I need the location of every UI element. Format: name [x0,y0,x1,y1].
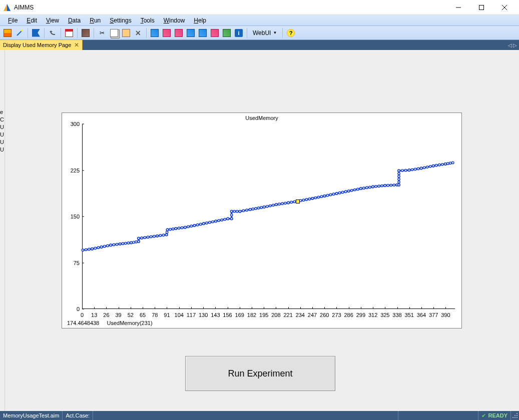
user-icon[interactable] [2,28,13,38]
svg-point-89 [249,208,251,210]
tool-icon-3[interactable] [173,28,184,38]
delete-icon[interactable]: ✕ [133,28,144,38]
wizard-icon[interactable] [14,28,25,38]
svg-point-47 [165,234,167,236]
cut-icon[interactable]: ✂ [97,28,108,38]
svg-point-12 [91,248,93,250]
x-tick-label: 208 [271,312,280,318]
x-tick-label: 221 [283,312,292,318]
menu-help[interactable]: Help [190,16,210,25]
bookmark-icon[interactable] [31,28,42,38]
svg-point-180 [452,162,454,164]
close-tab-icon[interactable]: ✕ [74,42,79,48]
tool-icon-4[interactable] [185,28,196,38]
y-tick-label: 150 [62,214,80,220]
svg-point-67 [206,222,208,224]
calendar-icon[interactable] [64,28,75,38]
y-tick-label: 300 [62,121,80,127]
menu-file[interactable]: File [4,16,22,25]
svg-point-140 [372,186,374,188]
tool-icon-6[interactable] [209,28,220,38]
svg-point-146 [387,184,389,186]
svg-point-175 [441,164,443,166]
svg-point-91 [255,208,257,210]
svg-point-168 [423,166,425,168]
undo-icon[interactable] [47,28,58,38]
svg-marker-1 [7,4,11,11]
resize-grip[interactable] [511,412,519,420]
chart-plot-area [82,124,455,309]
chart-used-memory[interactable]: UsedMemory 075150225300 0132639526578911… [62,112,462,328]
info-icon[interactable]: i [233,28,244,38]
svg-point-86 [242,210,244,212]
status-empty [398,411,478,420]
svg-point-131 [351,190,353,192]
menu-window[interactable]: Window [160,16,189,25]
chart-footer: 174.4648438 UsedMemory(231) [67,320,153,326]
run-experiment-button[interactable]: Run Experiment [185,356,335,391]
webui-dropdown[interactable]: WebUI ▼ [250,28,280,38]
minimize-button[interactable] [447,0,470,14]
svg-point-76 [227,218,229,220]
svg-point-92 [257,207,259,209]
svg-point-125 [335,192,337,194]
copy-icon[interactable] [109,28,120,38]
svg-point-160 [404,169,406,171]
svg-point-31 [135,241,137,243]
svg-point-159 [401,170,403,172]
tool-icon-5[interactable] [197,28,208,38]
svg-point-153 [398,181,400,183]
chart-title: UsedMemory [62,113,461,122]
svg-point-24 [119,243,121,245]
svg-point-33 [138,240,140,242]
svg-point-118 [320,196,322,198]
svg-point-55 [178,227,180,229]
y-tick-label: 225 [62,168,80,174]
svg-point-155 [398,176,400,178]
svg-point-83 [236,210,238,212]
svg-point-18 [107,244,109,246]
svg-point-25 [122,242,124,244]
menu-tools[interactable]: Tools [137,16,159,25]
menu-view[interactable]: View [42,16,63,25]
tab-display-used-memory[interactable]: Display Used Memory Page ✕ [0,40,83,50]
chart-hover-label: UsedMemory(231) [107,320,153,326]
svg-point-117 [317,196,319,198]
close-button[interactable] [493,0,516,14]
pages-icon[interactable] [80,28,91,38]
svg-point-63 [196,224,198,226]
x-tick-label: 143 [211,312,220,318]
svg-point-162 [408,169,410,171]
svg-point-96 [266,206,268,208]
tool-icon-1[interactable] [149,28,160,38]
menu-edit[interactable]: Edit [23,16,41,25]
y-tick-label: 0 [62,306,80,312]
x-tick-label: 234 [296,312,305,318]
x-tick-label: 364 [417,312,426,318]
paste-icon[interactable] [121,28,132,38]
chart-hover-value: 174.4648438 [67,320,99,326]
svg-point-51 [169,228,171,230]
svg-point-78 [231,218,233,220]
x-tick-label: 65 [140,312,146,318]
menu-data[interactable]: Data [64,16,85,25]
maximize-button[interactable] [470,0,493,14]
menu-settings[interactable]: Settings [106,16,135,25]
svg-point-81 [231,210,233,212]
tool-icon-2[interactable] [161,28,172,38]
svg-point-27 [127,242,129,244]
svg-point-138 [369,186,371,188]
svg-point-105 [287,202,289,204]
menu-run[interactable]: Run [86,16,105,25]
left-pane-cropped: e C U U U U [0,50,5,411]
svg-point-29 [130,242,132,244]
svg-point-101 [278,203,280,205]
help-icon[interactable]: ? [285,28,296,38]
x-tick-label: 78 [152,312,158,318]
svg-point-136 [363,187,365,189]
prev-tab-icon[interactable]: ◁ [508,42,512,48]
tool-icon-7[interactable] [221,28,232,38]
next-tab-icon[interactable]: ▷ [513,42,517,48]
svg-point-7 [21,30,23,32]
svg-point-21 [113,244,115,246]
